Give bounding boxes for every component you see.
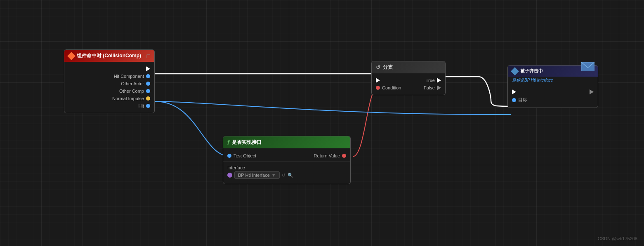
node-collision: 组件命中时 (CollisionComp) □ Hit Component Ot…: [64, 49, 155, 113]
test-object-label: Test Object: [234, 153, 256, 158]
other-actor-label: Other Actor: [121, 81, 144, 86]
branch-title: 分支: [383, 64, 393, 71]
collision-title: 组件命中时 (CollisionComp): [77, 52, 141, 59]
return-value-label: Return Value: [314, 153, 340, 158]
exec-out-row: [64, 65, 154, 73]
exec-out-pin[interactable]: [146, 66, 150, 71]
target-row: 目标: [508, 96, 598, 104]
interface-body: Test Object Return Value Interface BP Ht…: [223, 148, 350, 184]
interface-dropdown[interactable]: BP Hti Interface ▼: [234, 171, 280, 179]
condition-pin[interactable]: [376, 86, 380, 90]
target-pin[interactable]: [512, 98, 516, 102]
interface-pin[interactable]: [227, 173, 232, 178]
hit-label: Hit: [139, 103, 144, 108]
envelope-icon: [581, 62, 594, 73]
true-label: True: [426, 78, 435, 83]
normal-impulse-row: Normal Impulse: [64, 95, 154, 102]
node-hit: 被子弹击中 目标是BP Hti Interface 目标: [507, 65, 598, 108]
other-comp-pin[interactable]: [146, 89, 150, 93]
return-value-pin[interactable]: [342, 154, 346, 158]
function-icon: f: [227, 139, 229, 146]
interface-title: 是否实现接口: [232, 139, 262, 146]
interface-field-label: Interface: [227, 165, 346, 170]
other-actor-row: Other Actor: [64, 80, 154, 87]
interface-header: f 是否实现接口: [223, 136, 350, 148]
hit-component-label: Hit Component: [114, 74, 144, 79]
true-exec-out[interactable]: [437, 78, 441, 83]
target-label: 目标: [518, 97, 527, 103]
cycle-icon: ↺: [376, 64, 380, 70]
collapse-icon[interactable]: □: [147, 53, 150, 59]
branch-body: True Condition False: [372, 73, 445, 95]
collision-body: Hit Component Other Actor Other Comp Nor…: [64, 62, 154, 113]
hit-subtitle: 目标是BP Hti Interface: [508, 77, 598, 85]
hit-pin[interactable]: [146, 104, 150, 108]
dropdown-arrow: ▼: [271, 173, 276, 178]
normal-impulse-label: Normal Impulse: [112, 96, 144, 101]
other-comp-row: Other Comp: [64, 87, 154, 95]
branch-header: ↺ 分支: [372, 61, 445, 73]
canvas-grid: [0, 0, 644, 246]
search-icon[interactable]: 🔍: [288, 173, 293, 178]
normal-impulse-pin[interactable]: [146, 96, 150, 101]
test-object-pin[interactable]: [227, 154, 231, 158]
diamond-icon-2: [511, 67, 519, 75]
interface-value: BP Hti Interface: [238, 173, 270, 178]
node-branch: ↺ 分支 True Condition False: [371, 61, 446, 95]
hit-title: 被子弹击中: [520, 68, 543, 74]
false-label: False: [424, 85, 435, 90]
false-exec-out[interactable]: [437, 85, 441, 90]
hit-component-row: Hit Component: [64, 73, 154, 80]
hit-exec-out[interactable]: [590, 89, 594, 94]
hit-row: Hit: [64, 102, 154, 110]
divider: [223, 162, 350, 162]
condition-label: Condition: [382, 85, 401, 90]
collision-header: 组件命中时 (CollisionComp) □: [64, 50, 154, 62]
diamond-icon: [67, 52, 75, 60]
hit-exec-in[interactable]: [512, 89, 516, 94]
reset-icon[interactable]: ↺: [282, 173, 285, 178]
watermark: CSDN @wb175208: [598, 236, 637, 241]
node-interface: f 是否实现接口 Test Object Return Value Interf…: [223, 136, 351, 184]
other-actor-pin[interactable]: [146, 82, 150, 86]
branch-exec-in[interactable]: [376, 78, 380, 83]
other-comp-label: Other Comp: [119, 89, 144, 94]
hit-component-pin[interactable]: [146, 74, 150, 78]
hit-body: 目标: [508, 85, 598, 108]
